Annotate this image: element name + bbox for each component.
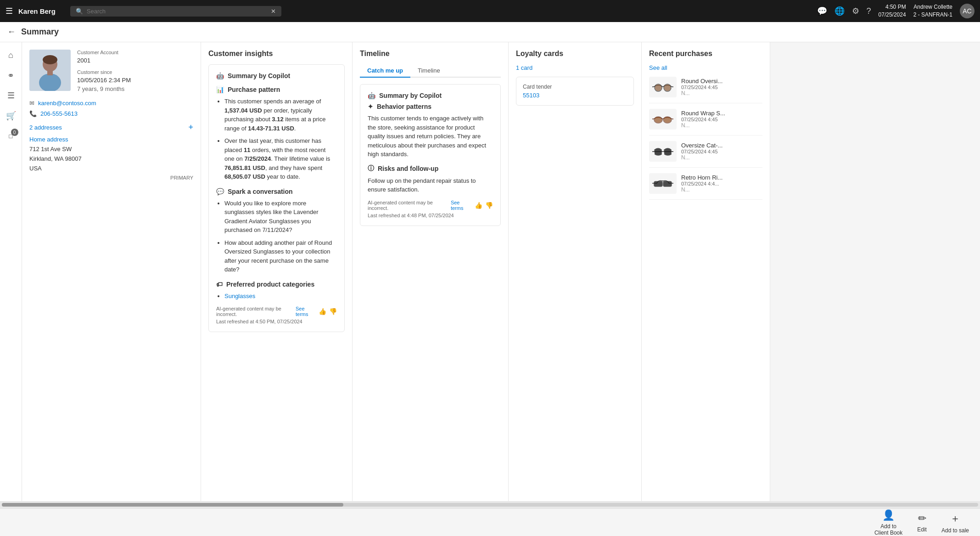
left-nav: ⌂ ⚭ ☰ 🛒 □ 0 xyxy=(0,42,22,501)
purchases-panel: Recent purchases See all Round Oversi...… xyxy=(642,42,770,501)
ai-footer-timeline: AI-generated content may be incorrect. S… xyxy=(368,200,493,211)
customer-since-label: Customer since xyxy=(77,69,131,75)
svg-point-5 xyxy=(655,84,662,91)
horizontal-scrollbar[interactable] xyxy=(0,501,980,508)
address-line2: Kirkland, WA 98007 xyxy=(29,154,193,164)
preferred-icon: 🏷 xyxy=(216,281,223,288)
email-link[interactable]: karenb@contoso.com xyxy=(38,100,96,107)
risks-title: ⓘ Risks and follow-up xyxy=(368,164,493,173)
insights-panel: Customer insights 🤖 Summary by Copilot 📊… xyxy=(201,42,353,501)
ai-footer-insights: AI-generated content may be incorrect. S… xyxy=(216,306,337,317)
addresses-label[interactable]: 2 addresses xyxy=(29,124,62,131)
copilot-card: 🤖 Summary by Copilot ✦ Behavior patterns… xyxy=(360,84,501,226)
content-wrapper: ⌂ ⚭ ☰ 🛒 □ 0 xyxy=(0,42,980,501)
settings-icon[interactable]: ⚙ xyxy=(852,6,859,16)
primary-badge: PRIMARY xyxy=(29,175,193,181)
svg-point-2 xyxy=(43,55,57,64)
purchase-item-3[interactable]: Retro Horn Ri... 07/25/2024 4:4... N... xyxy=(649,173,762,200)
copilot-card-title: 🤖 Summary by Copilot xyxy=(368,92,493,99)
timeline-tabs: Catch me up Timeline xyxy=(360,64,501,78)
see-terms-timeline[interactable]: See terms xyxy=(451,200,472,211)
globe-icon[interactable]: 🌐 xyxy=(834,6,845,16)
purchase-thumb-0 xyxy=(649,77,677,97)
thumbs-up-timeline[interactable]: 👍 xyxy=(475,202,482,209)
purchase-info-0: Round Oversi... 07/25/2024 4:45 N... xyxy=(681,78,722,96)
timeline-panel: Timeline Catch me up Timeline 🤖 Summary … xyxy=(353,42,509,501)
email-icon: ✉ xyxy=(29,100,34,107)
address-block: 712 1st Ave SW Kirkland, WA 98007 USA xyxy=(29,145,193,173)
topbar-title: Karen Berg xyxy=(18,7,56,15)
svg-point-10 xyxy=(663,117,672,123)
sunglasses-link[interactable]: Sunglasses xyxy=(224,293,255,299)
edit-label: Edit xyxy=(917,526,927,533)
chat-icon[interactable]: 💬 xyxy=(817,6,827,16)
purchase-item-0[interactable]: Round Oversi... 07/25/2024 4:45 N... xyxy=(649,77,762,103)
profile-info: Customer Account 2001 Customer since 10/… xyxy=(77,50,131,92)
scroll-track[interactable] xyxy=(2,503,978,507)
svg-rect-4 xyxy=(47,71,53,75)
purchase-item-2[interactable]: Oversize Cat-... 07/25/2024 4:45 N... xyxy=(649,141,762,168)
preferred-item: Sunglasses xyxy=(224,292,337,301)
card-tender-value: 55103 xyxy=(523,92,627,99)
search-input[interactable] xyxy=(87,8,267,15)
topbar-time: 4:50 PM 07/25/2024 xyxy=(879,3,906,19)
purchase-bullets: This customer spends an average of 1,537… xyxy=(224,97,337,181)
topbar: ☰ Karen Berg 🔍 ✕ 💬 🌐 ⚙ ? 4:50 PM 07/25/2… xyxy=(0,0,980,22)
topbar-user-info: Andrew Collette 2 - SANFRAN-1 xyxy=(913,3,952,19)
customer-account-label: Customer Account xyxy=(77,50,131,55)
thumbs-up-insights[interactable]: 👍 xyxy=(319,308,326,315)
nav-search[interactable]: ⚭ xyxy=(2,66,20,85)
search-bar[interactable]: 🔍 ✕ xyxy=(70,6,281,17)
help-icon[interactable]: ? xyxy=(867,6,871,16)
behavior-section: ✦ Behavior patterns This customer tends … xyxy=(368,103,493,159)
see-terms-insights[interactable]: See terms xyxy=(296,306,316,317)
behavior-title: ✦ Behavior patterns xyxy=(368,103,493,110)
purchase-info-1: Round Wrap S... 07/25/2024 4:45 N... xyxy=(681,110,725,129)
nav-badge[interactable]: □ 0 xyxy=(2,127,20,145)
page-header: ← Summary xyxy=(0,22,980,42)
edit-icon: ✏ xyxy=(918,513,926,525)
phone-icon: 📞 xyxy=(29,110,37,117)
phone-link[interactable]: 206-555-5613 xyxy=(40,110,78,117)
add-to-sale-button[interactable]: ＋ Add to sale xyxy=(941,512,969,534)
menu-icon[interactable]: ☰ xyxy=(6,6,13,16)
pattern-icon: 📊 xyxy=(216,86,224,93)
loyalty-title: Loyalty cards xyxy=(516,50,634,58)
tab-catch-me-up[interactable]: Catch me up xyxy=(360,64,410,78)
bullet-1: This customer spends an average of 1,537… xyxy=(224,97,337,133)
purchase-info-3: Retro Horn Ri... 07/25/2024 4:4... N... xyxy=(681,174,722,193)
bottom-bar: 👤 Add to Client Book ✏ Edit ＋ Add to sal… xyxy=(0,508,980,536)
thumbs-down-timeline[interactable]: 👎 xyxy=(485,202,493,209)
insights-card: 🤖 Summary by Copilot 📊 Purchase pattern … xyxy=(208,64,345,332)
behavior-icon: ✦ xyxy=(368,103,373,110)
profile-avatar xyxy=(29,50,71,91)
addresses-header: 2 addresses + xyxy=(29,123,193,132)
spark-bullets: Would you like to explore more sunglasse… xyxy=(224,199,337,274)
svg-point-9 xyxy=(654,117,662,123)
avatar[interactable]: AC xyxy=(960,4,974,18)
edit-button[interactable]: ✏ Edit xyxy=(917,513,927,533)
nav-menu[interactable]: ☰ xyxy=(2,86,20,105)
insights-title: Customer insights xyxy=(208,50,345,58)
thumbs-down-insights[interactable]: 👎 xyxy=(329,308,337,315)
purchase-item-1[interactable]: Round Wrap S... 07/25/2024 4:45 N... xyxy=(649,109,762,135)
nav-cart[interactable]: 🛒 xyxy=(2,107,20,125)
scroll-thumb[interactable] xyxy=(2,503,343,507)
timeline-title: Timeline xyxy=(360,50,501,58)
clear-search-icon[interactable]: ✕ xyxy=(271,8,276,15)
back-button[interactable]: ← xyxy=(7,27,16,37)
add-to-client-book-button[interactable]: 👤 Add to Client Book xyxy=(874,509,902,536)
svg-point-6 xyxy=(664,84,671,91)
customer-since-date: 10/05/2016 2:34 PM xyxy=(77,77,131,84)
see-all-link[interactable]: See all xyxy=(649,64,762,71)
add-address-button[interactable]: + xyxy=(188,123,193,132)
profile-section: Customer Account 2001 Customer since 10/… xyxy=(29,50,193,92)
purchase-pattern-title: 📊 Purchase pattern xyxy=(216,86,337,93)
tab-timeline[interactable]: Timeline xyxy=(410,64,448,78)
spark-1: Would you like to explore more sunglasse… xyxy=(224,199,337,235)
loyalty-count: 1 card xyxy=(516,64,634,71)
loyalty-card: Card tender 55103 xyxy=(516,77,634,106)
nav-home[interactable]: ⌂ xyxy=(2,46,20,64)
summary-panel: Customer Account 2001 Customer since 10/… xyxy=(22,42,201,501)
last-refreshed-insights: Last refreshed at 4:50 PM, 07/25/2024 xyxy=(216,319,337,324)
